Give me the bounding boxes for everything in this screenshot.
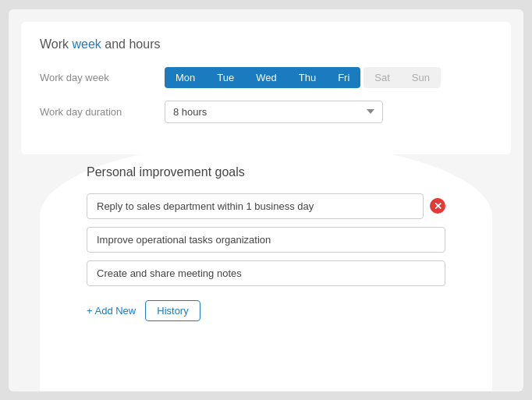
remove-goal-1-button[interactable]: ✕ (430, 198, 445, 214)
work-day-duration-label: Work day duration (40, 106, 165, 118)
day-mon[interactable]: Mon (165, 67, 206, 88)
goals-actions-row: + Add New History (87, 300, 200, 321)
day-fri[interactable]: Fri (327, 67, 360, 88)
day-toggles: Mon Tue Wed Thu Fri Sat Sun (165, 67, 441, 88)
day-sat[interactable]: Sat (364, 67, 401, 88)
goal-input-1[interactable] (87, 193, 424, 219)
duration-select[interactable]: 8 hours (165, 101, 383, 123)
goal-input-3[interactable] (87, 260, 445, 286)
title-highlight: week (72, 37, 101, 51)
day-thu[interactable]: Thu (288, 67, 327, 88)
goals-title: Personal improvement goals (87, 165, 245, 179)
work-day-week-label: Work day week (40, 72, 165, 83)
add-new-button[interactable]: + Add New (87, 305, 136, 317)
page-wrapper: Work week and hours Work day week Mon Tu… (9, 9, 523, 391)
day-wed[interactable]: Wed (245, 67, 288, 88)
work-day-week-row: Work day week Mon Tue Wed Thu Fri Sat Su… (40, 67, 492, 88)
goal-item-1: ✕ (87, 193, 445, 219)
remove-icon-1: ✕ (430, 198, 445, 214)
work-week-card: Work week and hours Work day week Mon Tu… (21, 22, 511, 154)
work-section-title: Work week and hours (40, 37, 492, 51)
goal-item-3 (87, 260, 445, 286)
goals-overlay-card: Personal improvement goals ✕ + Add New H… (40, 142, 492, 391)
chevron-down-icon (367, 109, 374, 114)
goal-item-2 (87, 227, 445, 253)
day-tue[interactable]: Tue (206, 67, 245, 88)
history-button[interactable]: History (145, 300, 200, 321)
goal-input-2[interactable] (87, 227, 445, 253)
duration-value: 8 hours (173, 106, 207, 118)
day-sun[interactable]: Sun (401, 67, 441, 88)
work-day-duration-row: Work day duration 8 hours (40, 101, 492, 123)
